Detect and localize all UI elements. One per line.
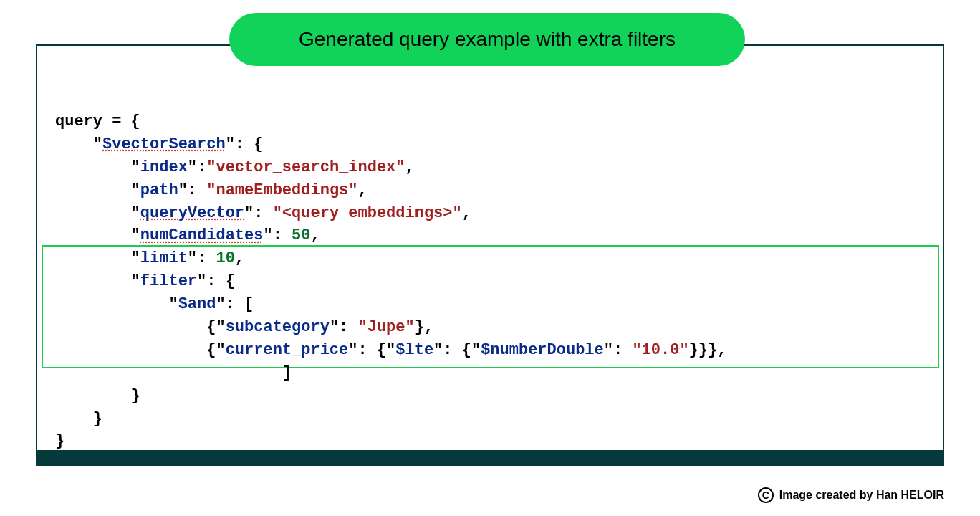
code-text: " <box>55 135 102 153</box>
code-text: ": { <box>226 135 264 153</box>
key-filter: filter <box>140 272 197 290</box>
code-text: ": { <box>197 272 235 290</box>
val-limit: 10 <box>216 249 234 267</box>
code-text: ": {" <box>348 341 395 359</box>
code-text: ": <box>244 204 273 222</box>
code-text: " <box>55 181 140 199</box>
val-path: "nameEmbeddings" <box>206 181 357 199</box>
val-queryvector: "<query embeddings>" <box>273 204 462 222</box>
code-text: {" <box>55 341 226 359</box>
code-card: query = { "$vectorSearch": { "index":"ve… <box>36 44 944 466</box>
code-text: ": [ <box>216 295 254 313</box>
code-text: , <box>462 204 471 222</box>
code-text: } <box>55 387 140 405</box>
code-text: } <box>55 410 102 428</box>
code-text: " <box>55 158 140 176</box>
card-bottom-bar <box>37 450 943 464</box>
key-subcategory: subcategory <box>226 318 330 336</box>
key-numcandidates: numCandidates <box>140 226 264 244</box>
key-currentprice: current_price <box>226 341 349 359</box>
code-text: , <box>405 158 415 176</box>
code-text: } <box>55 432 64 450</box>
image-credit: C Image created by Han HELOIR <box>758 487 944 503</box>
code-text: ": <box>188 158 206 176</box>
header-title: Generated query example with extra filte… <box>299 28 676 51</box>
code-text: ": <box>604 341 633 359</box>
code-text: }}}, <box>689 341 727 359</box>
code-text: {" <box>55 318 226 336</box>
val-index: "vector_search_index" <box>206 158 405 176</box>
key-numberdouble: $numberDouble <box>481 341 604 359</box>
key-path: path <box>140 181 178 199</box>
code-text: " <box>55 204 140 222</box>
credit-text: Image created by Han HELOIR <box>779 489 944 502</box>
val-subcategory: "Jupe" <box>357 318 414 336</box>
key-and: $and <box>178 295 216 313</box>
code-text: query = { <box>55 113 140 130</box>
code-text: " <box>55 249 140 267</box>
code-text: ": {" <box>433 341 481 359</box>
code-text: " <box>55 272 140 290</box>
key-limit: limit <box>140 249 188 267</box>
code-text: ": <box>263 226 292 244</box>
code-block: query = { "$vectorSearch": { "index":"ve… <box>55 110 726 453</box>
code-text: ] <box>55 364 292 382</box>
code-text: " <box>55 295 178 313</box>
key-index: index <box>140 158 188 176</box>
code-text: }, <box>415 318 433 336</box>
val-numberdouble: "10.0" <box>632 341 688 359</box>
code-text: , <box>235 249 244 267</box>
key-queryvector: queryVector <box>140 204 244 222</box>
key-vectorsearch: $vectorSearch <box>102 135 226 153</box>
key-lte: $lte <box>395 341 433 359</box>
code-text: ": <box>188 249 216 267</box>
code-text: " <box>55 226 140 244</box>
code-text: ": <box>178 181 207 199</box>
header-pill: Generated query example with extra filte… <box>229 13 745 66</box>
code-text: , <box>310 226 320 244</box>
code-text: ": <box>330 318 358 336</box>
code-text: , <box>357 181 367 199</box>
copyright-icon: C <box>758 487 774 503</box>
val-numcandidates: 50 <box>292 226 310 244</box>
